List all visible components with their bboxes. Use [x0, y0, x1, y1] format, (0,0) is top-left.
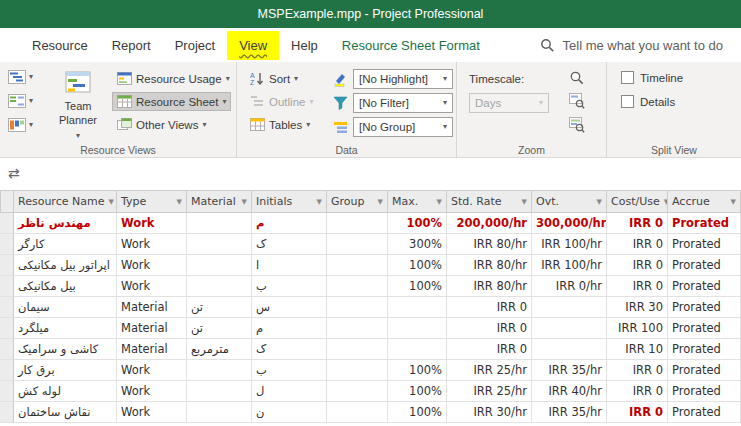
cell[interactable]: 100% [388, 402, 447, 423]
cell[interactable]: IRR 0 [447, 297, 532, 318]
tab-resource-sheet-format[interactable]: Resource Sheet Format [330, 31, 492, 60]
filter-arrow-icon[interactable]: ▼ [378, 198, 383, 206]
cell[interactable] [187, 234, 252, 255]
tab-view[interactable]: View [227, 31, 279, 60]
cell[interactable]: تن [187, 297, 252, 318]
cell[interactable]: 300% [388, 234, 447, 255]
details-checkbox[interactable] [621, 95, 634, 108]
cell[interactable]: مهندس ناظر [14, 213, 117, 234]
cell[interactable]: Work [117, 360, 187, 381]
cell[interactable] [187, 276, 252, 297]
highlight-dropdown[interactable]: [No Highlight] ▾ [353, 69, 453, 89]
tell-me-search[interactable]: Tell me what you want to do [540, 38, 729, 53]
cell[interactable]: نقاش ساختمان [14, 402, 117, 423]
gantt-view-button[interactable]: ▾ [5, 68, 36, 86]
cell[interactable]: 200,000/hr [447, 213, 532, 234]
cell[interactable] [327, 402, 388, 423]
timeline-checkbox[interactable] [621, 71, 634, 84]
cell[interactable]: م [252, 318, 327, 339]
cell[interactable]: 100% [388, 255, 447, 276]
resource-sheet-button[interactable]: Resource Sheet ▾ [112, 92, 231, 111]
cell[interactable]: Work [117, 255, 187, 276]
cell[interactable]: 300,000/hr [532, 213, 607, 234]
cell[interactable]: IRR 35/hr [532, 360, 607, 381]
cell[interactable]: IRR 100 [607, 318, 668, 339]
filter-arrow-icon[interactable]: ▼ [522, 198, 527, 206]
board-view-button[interactable]: ▾ [5, 116, 36, 134]
cell[interactable]: 100% [388, 381, 447, 402]
cell[interactable]: ب [252, 360, 327, 381]
filter-arrow-icon[interactable]: ▼ [317, 198, 322, 206]
column-header-resource-name[interactable]: Resource Name▼ [14, 190, 117, 213]
cell[interactable]: ا [252, 255, 327, 276]
cell[interactable]: م [252, 213, 327, 234]
cell[interactable]: IRR 35/hr [532, 402, 607, 423]
cell[interactable] [532, 318, 607, 339]
cell[interactable] [187, 381, 252, 402]
row-header[interactable] [0, 318, 14, 339]
cell[interactable] [388, 339, 447, 360]
tab-project[interactable]: Project [163, 31, 227, 60]
cell[interactable]: Material [117, 318, 187, 339]
cell[interactable]: 100% [388, 360, 447, 381]
cell[interactable] [327, 213, 388, 234]
cell[interactable]: Prorated [668, 234, 741, 255]
sort-button[interactable]: AZ Sort ▾ [245, 69, 303, 89]
tables-button[interactable]: Tables ▾ [245, 115, 315, 134]
zoom-selected-tasks-icon[interactable] [569, 93, 585, 109]
cell[interactable] [327, 360, 388, 381]
row-header[interactable] [0, 360, 14, 381]
cell[interactable]: Prorated [668, 213, 741, 234]
cell[interactable]: IRR 0 [607, 381, 668, 402]
cell[interactable]: 100% [388, 213, 447, 234]
cell[interactable]: Prorated [668, 276, 741, 297]
filter-dropdown[interactable]: [No Filter] ▾ [353, 93, 453, 113]
team-planner-button[interactable]: Team Planner ▾ [50, 69, 106, 140]
cell[interactable]: ل [252, 381, 327, 402]
cell[interactable] [327, 381, 388, 402]
tab-resource[interactable]: Resource [20, 31, 100, 60]
cell[interactable]: IRR 0 [607, 360, 668, 381]
cell[interactable] [327, 297, 388, 318]
cell[interactable] [327, 255, 388, 276]
column-header-max[interactable]: Max.▼ [388, 190, 447, 213]
cell[interactable] [388, 297, 447, 318]
cell[interactable] [187, 213, 252, 234]
filter-arrow-icon[interactable]: ▼ [597, 198, 602, 206]
task-usage-view-button[interactable]: ▾ [5, 92, 36, 110]
cell[interactable]: Material [117, 339, 187, 360]
column-header-group[interactable]: Group▼ [327, 190, 388, 213]
cell[interactable]: IRR 80/hr [447, 234, 532, 255]
cell[interactable]: IRR 80/hr [447, 255, 532, 276]
filter-arrow-icon[interactable]: ▼ [242, 198, 247, 206]
cell[interactable] [532, 339, 607, 360]
cell[interactable]: IRR 0 [447, 339, 532, 360]
cell[interactable]: Work [117, 402, 187, 423]
cell[interactable]: Work [117, 381, 187, 402]
row-header[interactable] [0, 255, 14, 276]
column-header-material[interactable]: Material▼ [187, 190, 252, 213]
cell[interactable]: IRR 25/hr [447, 381, 532, 402]
cell[interactable]: Prorated [668, 255, 741, 276]
cell[interactable]: میلگرد [14, 318, 117, 339]
cell[interactable]: کارگر [14, 234, 117, 255]
cell[interactable]: بیل مکانیکی [14, 276, 117, 297]
cell[interactable]: سیمان [14, 297, 117, 318]
cell[interactable]: برق کار [14, 360, 117, 381]
cell[interactable]: Material [117, 297, 187, 318]
group-by-dropdown[interactable]: [No Group] ▾ [353, 117, 453, 137]
cell[interactable]: IRR 0 [607, 402, 668, 423]
cell[interactable]: IRR 0 [607, 213, 668, 234]
select-all-corner[interactable] [0, 190, 14, 213]
cell[interactable]: IRR 80/hr [447, 276, 532, 297]
cell[interactable]: IRR 30 [607, 297, 668, 318]
cell[interactable]: ک [252, 339, 327, 360]
cell[interactable]: IRR 0 [447, 318, 532, 339]
cell[interactable]: ک [252, 234, 327, 255]
cell[interactable] [327, 318, 388, 339]
zoom-entire-project-icon[interactable] [569, 117, 585, 133]
cell[interactable]: Work [117, 213, 187, 234]
cell[interactable]: Prorated [668, 402, 741, 423]
cell[interactable]: Prorated [668, 339, 741, 360]
row-header[interactable] [0, 276, 14, 297]
